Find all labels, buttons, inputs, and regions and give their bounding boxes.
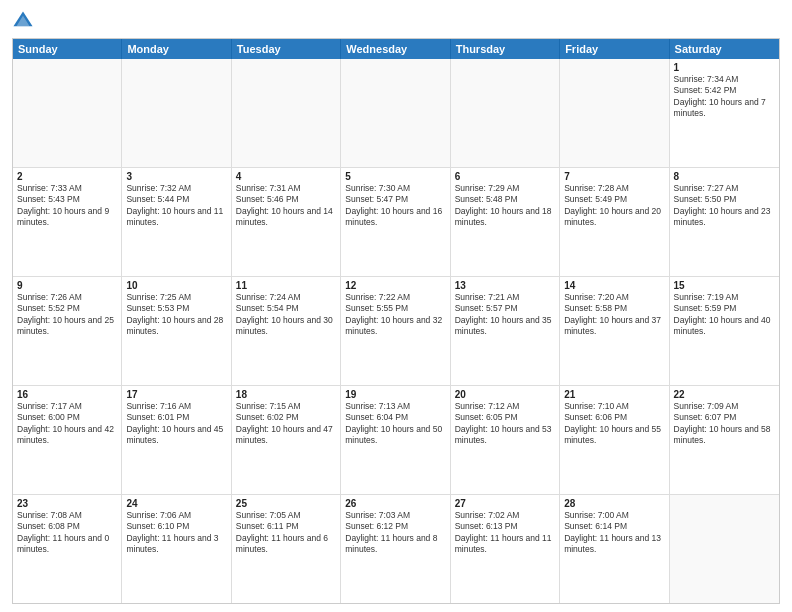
cal-cell: 17Sunrise: 7:16 AM Sunset: 6:01 PM Dayli… — [122, 386, 231, 494]
logo-icon — [12, 10, 34, 32]
day-info: Sunrise: 7:19 AM Sunset: 5:59 PM Dayligh… — [674, 292, 775, 338]
cal-cell: 13Sunrise: 7:21 AM Sunset: 5:57 PM Dayli… — [451, 277, 560, 385]
cal-cell: 10Sunrise: 7:25 AM Sunset: 5:53 PM Dayli… — [122, 277, 231, 385]
day-number: 3 — [126, 171, 226, 182]
cal-cell: 8Sunrise: 7:27 AM Sunset: 5:50 PM Daylig… — [670, 168, 779, 276]
day-number: 9 — [17, 280, 117, 291]
day-number: 1 — [674, 62, 775, 73]
day-number: 20 — [455, 389, 555, 400]
day-number: 12 — [345, 280, 445, 291]
day-info: Sunrise: 7:26 AM Sunset: 5:52 PM Dayligh… — [17, 292, 117, 338]
cal-row-1: 2Sunrise: 7:33 AM Sunset: 5:43 PM Daylig… — [13, 168, 779, 277]
day-info: Sunrise: 7:08 AM Sunset: 6:08 PM Dayligh… — [17, 510, 117, 556]
page: SundayMondayTuesdayWednesdayThursdayFrid… — [0, 0, 792, 612]
day-info: Sunrise: 7:06 AM Sunset: 6:10 PM Dayligh… — [126, 510, 226, 556]
cal-cell — [13, 59, 122, 167]
cal-cell: 12Sunrise: 7:22 AM Sunset: 5:55 PM Dayli… — [341, 277, 450, 385]
cal-cell: 26Sunrise: 7:03 AM Sunset: 6:12 PM Dayli… — [341, 495, 450, 603]
day-info: Sunrise: 7:16 AM Sunset: 6:01 PM Dayligh… — [126, 401, 226, 447]
day-number: 26 — [345, 498, 445, 509]
cal-cell: 27Sunrise: 7:02 AM Sunset: 6:13 PM Dayli… — [451, 495, 560, 603]
day-info: Sunrise: 7:33 AM Sunset: 5:43 PM Dayligh… — [17, 183, 117, 229]
day-info: Sunrise: 7:29 AM Sunset: 5:48 PM Dayligh… — [455, 183, 555, 229]
cal-cell — [451, 59, 560, 167]
calendar-header: SundayMondayTuesdayWednesdayThursdayFrid… — [13, 39, 779, 59]
weekday-header-monday: Monday — [122, 39, 231, 59]
cal-cell: 14Sunrise: 7:20 AM Sunset: 5:58 PM Dayli… — [560, 277, 669, 385]
cal-cell: 20Sunrise: 7:12 AM Sunset: 6:05 PM Dayli… — [451, 386, 560, 494]
day-number: 25 — [236, 498, 336, 509]
cal-cell: 2Sunrise: 7:33 AM Sunset: 5:43 PM Daylig… — [13, 168, 122, 276]
day-number: 2 — [17, 171, 117, 182]
day-number: 14 — [564, 280, 664, 291]
cal-cell — [560, 59, 669, 167]
day-number: 4 — [236, 171, 336, 182]
day-info: Sunrise: 7:10 AM Sunset: 6:06 PM Dayligh… — [564, 401, 664, 447]
day-number: 16 — [17, 389, 117, 400]
cal-cell: 4Sunrise: 7:31 AM Sunset: 5:46 PM Daylig… — [232, 168, 341, 276]
cal-cell: 24Sunrise: 7:06 AM Sunset: 6:10 PM Dayli… — [122, 495, 231, 603]
cal-cell: 21Sunrise: 7:10 AM Sunset: 6:06 PM Dayli… — [560, 386, 669, 494]
cal-cell: 16Sunrise: 7:17 AM Sunset: 6:00 PM Dayli… — [13, 386, 122, 494]
cal-cell: 19Sunrise: 7:13 AM Sunset: 6:04 PM Dayli… — [341, 386, 450, 494]
cal-cell — [341, 59, 450, 167]
day-number: 21 — [564, 389, 664, 400]
weekday-header-tuesday: Tuesday — [232, 39, 341, 59]
day-number: 27 — [455, 498, 555, 509]
cal-cell: 1Sunrise: 7:34 AM Sunset: 5:42 PM Daylig… — [670, 59, 779, 167]
cal-cell — [122, 59, 231, 167]
cal-row-4: 23Sunrise: 7:08 AM Sunset: 6:08 PM Dayli… — [13, 495, 779, 603]
cal-row-2: 9Sunrise: 7:26 AM Sunset: 5:52 PM Daylig… — [13, 277, 779, 386]
day-info: Sunrise: 7:32 AM Sunset: 5:44 PM Dayligh… — [126, 183, 226, 229]
day-info: Sunrise: 7:13 AM Sunset: 6:04 PM Dayligh… — [345, 401, 445, 447]
day-info: Sunrise: 7:17 AM Sunset: 6:00 PM Dayligh… — [17, 401, 117, 447]
day-number: 23 — [17, 498, 117, 509]
weekday-header-saturday: Saturday — [670, 39, 779, 59]
day-number: 10 — [126, 280, 226, 291]
day-number: 13 — [455, 280, 555, 291]
day-number: 8 — [674, 171, 775, 182]
weekday-header-wednesday: Wednesday — [341, 39, 450, 59]
cal-cell: 6Sunrise: 7:29 AM Sunset: 5:48 PM Daylig… — [451, 168, 560, 276]
cal-cell: 28Sunrise: 7:00 AM Sunset: 6:14 PM Dayli… — [560, 495, 669, 603]
day-info: Sunrise: 7:22 AM Sunset: 5:55 PM Dayligh… — [345, 292, 445, 338]
day-number: 19 — [345, 389, 445, 400]
day-info: Sunrise: 7:21 AM Sunset: 5:57 PM Dayligh… — [455, 292, 555, 338]
day-info: Sunrise: 7:27 AM Sunset: 5:50 PM Dayligh… — [674, 183, 775, 229]
cal-cell: 3Sunrise: 7:32 AM Sunset: 5:44 PM Daylig… — [122, 168, 231, 276]
day-info: Sunrise: 7:34 AM Sunset: 5:42 PM Dayligh… — [674, 74, 775, 120]
day-info: Sunrise: 7:31 AM Sunset: 5:46 PM Dayligh… — [236, 183, 336, 229]
day-number: 11 — [236, 280, 336, 291]
cal-cell: 15Sunrise: 7:19 AM Sunset: 5:59 PM Dayli… — [670, 277, 779, 385]
header — [12, 10, 780, 32]
cal-cell: 23Sunrise: 7:08 AM Sunset: 6:08 PM Dayli… — [13, 495, 122, 603]
cal-cell: 11Sunrise: 7:24 AM Sunset: 5:54 PM Dayli… — [232, 277, 341, 385]
weekday-header-sunday: Sunday — [13, 39, 122, 59]
day-info: Sunrise: 7:00 AM Sunset: 6:14 PM Dayligh… — [564, 510, 664, 556]
day-info: Sunrise: 7:25 AM Sunset: 5:53 PM Dayligh… — [126, 292, 226, 338]
day-info: Sunrise: 7:12 AM Sunset: 6:05 PM Dayligh… — [455, 401, 555, 447]
cal-cell: 5Sunrise: 7:30 AM Sunset: 5:47 PM Daylig… — [341, 168, 450, 276]
cal-cell: 7Sunrise: 7:28 AM Sunset: 5:49 PM Daylig… — [560, 168, 669, 276]
day-number: 17 — [126, 389, 226, 400]
cal-row-0: 1Sunrise: 7:34 AM Sunset: 5:42 PM Daylig… — [13, 59, 779, 168]
day-info: Sunrise: 7:02 AM Sunset: 6:13 PM Dayligh… — [455, 510, 555, 556]
day-info: Sunrise: 7:20 AM Sunset: 5:58 PM Dayligh… — [564, 292, 664, 338]
weekday-header-thursday: Thursday — [451, 39, 560, 59]
day-info: Sunrise: 7:15 AM Sunset: 6:02 PM Dayligh… — [236, 401, 336, 447]
day-info: Sunrise: 7:09 AM Sunset: 6:07 PM Dayligh… — [674, 401, 775, 447]
day-info: Sunrise: 7:28 AM Sunset: 5:49 PM Dayligh… — [564, 183, 664, 229]
day-number: 24 — [126, 498, 226, 509]
day-number: 15 — [674, 280, 775, 291]
day-info: Sunrise: 7:05 AM Sunset: 6:11 PM Dayligh… — [236, 510, 336, 556]
cal-row-3: 16Sunrise: 7:17 AM Sunset: 6:00 PM Dayli… — [13, 386, 779, 495]
cal-cell: 18Sunrise: 7:15 AM Sunset: 6:02 PM Dayli… — [232, 386, 341, 494]
day-number: 7 — [564, 171, 664, 182]
cal-cell: 9Sunrise: 7:26 AM Sunset: 5:52 PM Daylig… — [13, 277, 122, 385]
calendar-body: 1Sunrise: 7:34 AM Sunset: 5:42 PM Daylig… — [13, 59, 779, 603]
weekday-header-friday: Friday — [560, 39, 669, 59]
cal-cell: 25Sunrise: 7:05 AM Sunset: 6:11 PM Dayli… — [232, 495, 341, 603]
day-number: 6 — [455, 171, 555, 182]
day-number: 22 — [674, 389, 775, 400]
day-number: 5 — [345, 171, 445, 182]
